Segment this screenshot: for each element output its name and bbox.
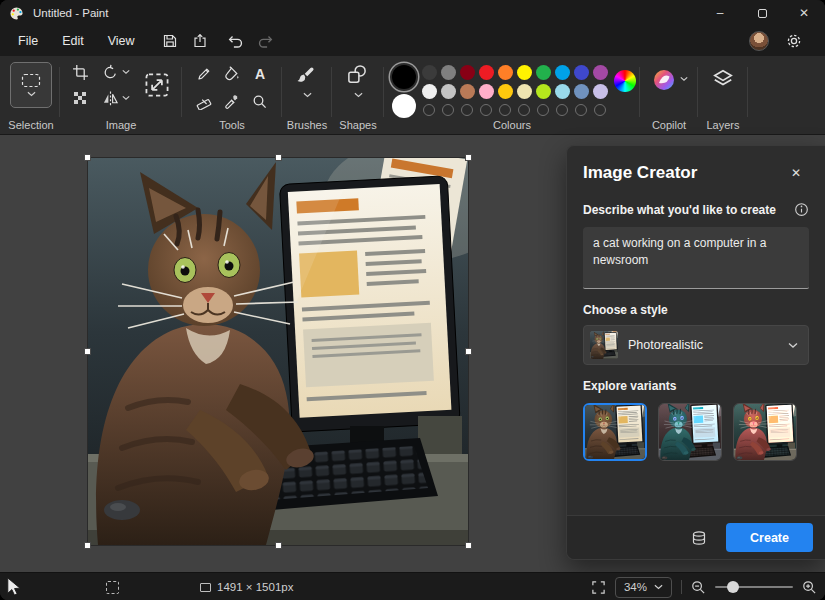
color-swatch[interactable] [479,84,494,99]
transparent-selection-button[interactable] [72,90,88,106]
flip-button[interactable] [102,90,119,107]
copilot-button[interactable] [652,68,676,92]
menu-file[interactable]: File [6,29,50,53]
color-swatch[interactable] [441,84,456,99]
selection-handle-top-right[interactable] [465,154,472,161]
resize-button[interactable] [144,72,170,98]
color-swatch[interactable] [479,65,494,80]
flip-icon [102,90,119,107]
brushes-chevron[interactable] [303,92,312,98]
eraser-icon [196,94,212,110]
empty-color-slot[interactable] [556,104,568,116]
maximize-button[interactable] [741,0,783,26]
empty-color-slot[interactable] [480,104,492,116]
rotate-chevron[interactable] [122,69,130,75]
color-swatch[interactable] [498,84,513,99]
color-swatch[interactable] [498,65,513,80]
color-swatch[interactable] [536,65,551,80]
empty-color-slot[interactable] [575,104,587,116]
color-swatch[interactable] [517,84,532,99]
color-swatch[interactable] [441,65,456,80]
selection-tool-button[interactable] [10,62,52,108]
zoom-slider[interactable] [715,586,793,588]
fill-tool-button[interactable] [218,60,246,88]
prompt-input[interactable]: a cat working on a computer in a newsroo… [583,227,809,288]
selection-handle-middle-left[interactable] [84,348,91,355]
color-swatch[interactable] [574,65,589,80]
statusbar-divider [681,580,682,594]
color-swatch[interactable] [460,84,475,99]
fit-to-screen-button[interactable] [591,580,606,595]
empty-color-slot[interactable] [461,104,473,116]
pencil-tool-button[interactable] [190,60,218,88]
minimize-button[interactable]: – [699,0,741,26]
selection-handle-bottom-middle[interactable] [275,542,282,549]
eraser-tool-button[interactable] [190,88,218,116]
colour1-swatch[interactable] [392,65,416,89]
color-swatch[interactable] [422,84,437,99]
magnifier-tool-button[interactable] [246,88,274,116]
zoom-slider-thumb[interactable] [727,581,739,593]
copilot-chevron[interactable] [680,76,688,82]
empty-color-slot[interactable] [594,104,606,116]
selection-handle-middle-right[interactable] [465,348,472,355]
palette-row-1 [422,65,608,80]
empty-color-slot[interactable] [537,104,549,116]
text-tool-icon: A [255,66,265,82]
zoom-level-dropdown[interactable]: 34% [615,577,672,598]
selection-handle-bottom-right[interactable] [465,542,472,549]
empty-color-slot[interactable] [518,104,530,116]
group-label-layers: Layers [698,119,748,131]
colour2-swatch[interactable] [392,94,416,118]
style-dropdown[interactable]: Photorealistic [583,325,809,365]
generation-history-button[interactable] [684,524,714,552]
shapes-button[interactable] [347,64,367,84]
color-swatch[interactable] [555,84,570,99]
canvas-image[interactable] [88,158,468,545]
close-button[interactable]: ✕ [783,0,825,26]
save-button[interactable] [155,28,185,54]
variant-thumbnail-3[interactable] [733,403,797,461]
undo-button[interactable] [221,28,251,54]
edit-colours-button[interactable] [614,70,636,92]
zoom-in-button[interactable] [802,580,817,595]
color-swatch[interactable] [574,84,589,99]
color-swatch[interactable] [593,65,608,80]
empty-color-slot[interactable] [499,104,511,116]
color-swatch[interactable] [593,84,608,99]
create-button[interactable]: Create [726,523,813,552]
variants-row [583,403,809,461]
color-swatch[interactable] [536,84,551,99]
ribbon-group-brushes: Brushes [282,56,332,134]
crop-button[interactable] [72,64,89,81]
info-button[interactable] [794,202,809,217]
settings-button[interactable] [779,28,809,54]
color-picker-tool-button[interactable] [218,88,246,116]
flip-chevron[interactable] [122,95,130,101]
layers-button[interactable] [712,68,734,90]
selection-handle-top-left[interactable] [84,154,91,161]
color-swatch[interactable] [422,65,437,80]
ribbon-group-tools: A Tools [182,56,282,134]
user-avatar[interactable] [749,31,769,51]
rotate-button[interactable] [102,64,119,81]
empty-color-slot[interactable] [442,104,454,116]
empty-color-slot[interactable] [423,104,435,116]
selection-handle-top-middle[interactable] [275,154,282,161]
brushes-button[interactable] [296,64,316,86]
zoom-out-button[interactable] [691,580,706,595]
shapes-chevron[interactable] [354,92,363,98]
menu-edit[interactable]: Edit [50,29,96,53]
selection-handle-bottom-left[interactable] [84,542,91,549]
selection-icon [21,73,41,88]
variant-thumbnail-1[interactable] [583,403,647,461]
share-button[interactable] [185,28,215,54]
menu-view[interactable]: View [96,29,147,53]
text-tool-button[interactable]: A [246,60,274,88]
variant-thumbnail-2[interactable] [658,403,722,461]
color-swatch[interactable] [555,65,570,80]
color-swatch[interactable] [517,65,532,80]
panel-close-button[interactable]: ✕ [783,160,809,186]
redo-button[interactable] [251,28,281,54]
color-swatch[interactable] [460,65,475,80]
